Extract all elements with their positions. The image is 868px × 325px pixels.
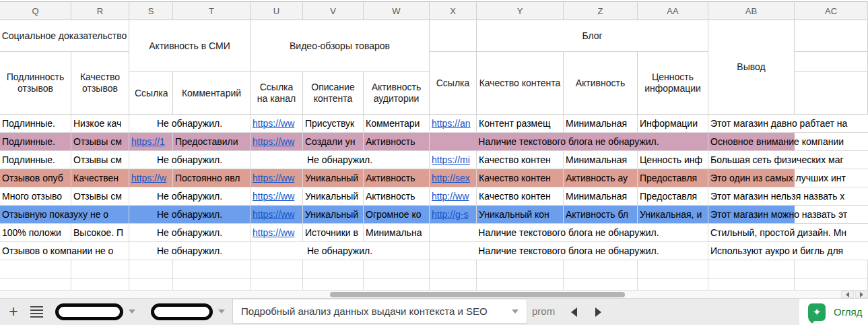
cell[interactable]: Контент размещ [477, 115, 564, 133]
cell-link[interactable]: https://ww [253, 209, 294, 220]
header-cell[interactable] [430, 20, 477, 52]
cell[interactable]: Информации [638, 115, 708, 133]
cell[interactable]: https://ww [251, 206, 303, 224]
cell[interactable] [477, 260, 564, 278]
cell-link[interactable]: https://ww [253, 191, 294, 202]
cell[interactable]: Подлинные. [0, 151, 71, 169]
cell[interactable] [251, 260, 303, 278]
header-cell[interactable]: Блог [477, 20, 708, 52]
cell[interactable]: Отзывов опуб [0, 169, 71, 187]
tab-menu-caret-icon[interactable] [129, 309, 135, 314]
cell-link[interactable]: http://sex [432, 173, 470, 183]
cell[interactable]: Предоставили [173, 133, 251, 151]
cell[interactable]: Качество контен [477, 151, 564, 169]
cell[interactable]: Наличие текстового блога не обнаружил. [430, 224, 708, 242]
cell[interactable]: https://w [129, 169, 173, 187]
cell[interactable]: Уникальный [303, 206, 364, 224]
cell[interactable]: Большая сеть физических маг [708, 151, 868, 169]
cell[interactable]: Не обнаружил. [129, 242, 251, 260]
cell[interactable] [638, 260, 708, 278]
header-cell[interactable]: Качество контента [477, 52, 564, 115]
cell-link[interactable]: https://ww [253, 118, 294, 129]
cell-link[interactable]: https://w [131, 173, 166, 183]
cell[interactable]: Этот магазин давно рабтает на [708, 115, 868, 133]
cell[interactable]: Отзывы см [71, 187, 129, 206]
cell[interactable] [638, 278, 708, 290]
cell[interactable] [0, 260, 71, 278]
cell[interactable]: 100% положи [0, 224, 71, 242]
cell-link[interactable]: https://ww [253, 136, 294, 147]
cell[interactable]: https://ww [251, 187, 303, 206]
cell[interactable]: Постоянно явл [173, 169, 251, 187]
cell[interactable]: Этот магазин можно назвать эт [708, 206, 868, 224]
cell[interactable] [795, 260, 868, 278]
cell[interactable]: Минимальна [364, 224, 430, 242]
cell[interactable] [303, 278, 364, 290]
cell[interactable]: Низкое кач [71, 115, 129, 133]
header-cell[interactable]: Активность аудитории [364, 72, 430, 115]
cell[interactable]: Присуствук [303, 115, 364, 133]
cell[interactable] [129, 260, 173, 278]
cell-link[interactable]: http://g-s [432, 209, 468, 220]
cell-link[interactable]: https://1 [131, 136, 165, 147]
cell[interactable]: Минимальная [564, 115, 638, 133]
tab-menu-caret-icon[interactable] [218, 309, 225, 314]
cell[interactable] [430, 260, 477, 278]
column-header-Q[interactable]: Q [0, 1, 71, 20]
cell[interactable]: Стильный, простой дизайн. Мн [708, 224, 868, 242]
cell[interactable]: Это один из самых лучших инт [708, 169, 868, 187]
horizontal-scrollbar-thumb[interactable] [330, 292, 625, 297]
cell[interactable]: Качествен [71, 169, 129, 187]
explore-panel[interactable]: ✦ Огляд [799, 299, 868, 325]
cell[interactable]: Не обнаружил. [129, 115, 251, 133]
header-cell[interactable]: Активность [564, 52, 638, 115]
tabs-scroll-left-icon[interactable] [571, 307, 577, 317]
column-header-S[interactable]: S [129, 1, 173, 20]
cell[interactable]: Подлинные. [0, 115, 71, 133]
cell[interactable]: Минимальная [564, 187, 638, 206]
header-cell[interactable]: Видео-обзоры товаров [251, 20, 430, 72]
cell[interactable]: Подлинные. [0, 133, 71, 151]
header-cell[interactable]: Вывод [708, 20, 795, 115]
cell[interactable]: Основное внимание компании [708, 133, 868, 151]
header-cell[interactable]: Комментарий [173, 72, 251, 115]
cell-link[interactable]: https://an [432, 118, 471, 129]
cell[interactable] [0, 278, 71, 290]
all-sheets-button[interactable] [26, 299, 47, 324]
header-cell[interactable]: Активность в СМИ [129, 20, 251, 72]
cell[interactable]: Активность [364, 187, 430, 206]
cell[interactable]: Минимальная [564, 151, 638, 169]
cell[interactable]: Отзывы см [71, 133, 129, 151]
header-cell[interactable]: Ссылка [129, 72, 173, 115]
cell[interactable]: Наличие текстового блога не обнаружил. [430, 133, 708, 151]
cell[interactable]: Предоставля [638, 169, 708, 187]
cell[interactable] [430, 278, 477, 290]
cell[interactable]: Активность ау [564, 169, 638, 187]
cell-link[interactable]: http://ww [432, 191, 469, 202]
column-header-AC[interactable]: AC [795, 1, 868, 20]
cell[interactable]: Отзывы см [71, 151, 129, 169]
cell[interactable]: Уникальная, и [638, 206, 708, 224]
cell[interactable] [173, 260, 251, 278]
cell[interactable]: Уникальный кон [477, 206, 564, 224]
cell[interactable]: Предоставля [638, 187, 708, 206]
cell[interactable]: Источники в [303, 224, 364, 242]
cell-link[interactable]: https://ww [253, 173, 294, 183]
column-header-X[interactable]: X [430, 1, 477, 20]
cell[interactable]: http://ww [430, 187, 477, 206]
add-sheet-button[interactable]: + [3, 299, 24, 324]
cell[interactable]: Отзывную показуху не о [0, 206, 129, 224]
horizontal-scrollbar[interactable] [0, 290, 868, 298]
column-header-AA[interactable]: AA [638, 1, 708, 20]
sheet-tab-prom[interactable]: prom [532, 299, 555, 324]
column-header-V[interactable]: V [303, 1, 364, 20]
cell[interactable]: http://g-s [430, 206, 477, 224]
cell[interactable]: Много отзыво [0, 187, 71, 206]
header-cell[interactable]: Ценность информации [638, 52, 708, 115]
cell[interactable] [364, 260, 430, 278]
cell[interactable]: Активность бл [564, 206, 638, 224]
cell[interactable] [477, 278, 564, 290]
cell[interactable] [129, 278, 173, 290]
cell[interactable]: https://ww [251, 115, 303, 133]
cell[interactable] [564, 278, 638, 290]
